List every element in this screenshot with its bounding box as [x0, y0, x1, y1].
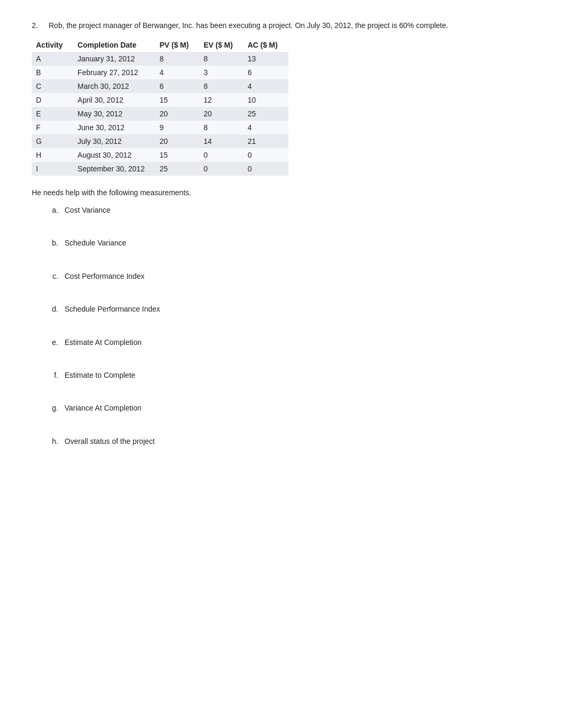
- table-cell: May 30, 2012: [74, 107, 156, 121]
- table-row: ISeptember 30, 20122500: [32, 162, 288, 176]
- table-cell: I: [32, 162, 74, 176]
- sub-item: g.Variance At Completion: [48, 402, 530, 414]
- table-cell: H: [32, 148, 74, 162]
- table-cell: F: [32, 121, 74, 134]
- table-cell: A: [32, 52, 74, 66]
- sub-item-letter: h.: [48, 435, 58, 447]
- table-header-row: ActivityCompletion DatePV ($ M)EV ($ M)A…: [32, 38, 288, 52]
- question-number: 2. Rob, the project manager of Berwanger…: [32, 21, 530, 30]
- table-cell: 8: [200, 52, 243, 66]
- table-header-cell: AC ($ M): [243, 38, 288, 52]
- sub-item: c.Cost Performance Index: [48, 270, 530, 282]
- activity-table: ActivityCompletion DatePV ($ M)EV ($ M)A…: [32, 38, 288, 176]
- table-row: GJuly 30, 2012201421: [32, 134, 288, 148]
- table-cell: 20: [155, 107, 199, 121]
- table-cell: January 31, 2012: [74, 52, 156, 66]
- table-header-cell: Completion Date: [74, 38, 156, 52]
- sub-item-letter: e.: [48, 336, 58, 348]
- table-cell: 8: [155, 52, 199, 66]
- sub-item-letter: g.: [48, 402, 58, 414]
- table-cell: July 30, 2012: [74, 134, 156, 148]
- table-row: FJune 30, 2012984: [32, 121, 288, 134]
- table-cell: 0: [200, 148, 243, 162]
- sub-item-label: Estimate to Complete: [65, 369, 135, 381]
- table-cell: G: [32, 134, 74, 148]
- table-header-cell: EV ($ M): [200, 38, 243, 52]
- table-cell: 13: [243, 52, 288, 66]
- question-num: 2.: [32, 21, 44, 30]
- sub-item: f.Estimate to Complete: [48, 369, 530, 381]
- help-text: He needs help with the following measure…: [32, 188, 530, 197]
- table-cell: 20: [200, 107, 243, 121]
- sub-items-list: a.Cost Varianceb.Schedule Variancec.Cost…: [48, 204, 530, 447]
- table-cell: 12: [200, 93, 243, 107]
- sub-item-label: Overall status of the project: [65, 435, 155, 447]
- sub-item-label: Schedule Performance Index: [65, 303, 160, 315]
- sub-item-label: Estimate At Completion: [65, 336, 142, 348]
- table-cell: 6: [243, 66, 288, 79]
- table-row: AJanuary 31, 20128813: [32, 52, 288, 66]
- table-header-cell: PV ($ M): [155, 38, 199, 52]
- sub-item-label: Variance At Completion: [65, 402, 141, 414]
- table-cell: June 30, 2012: [74, 121, 156, 134]
- table-cell: 15: [155, 148, 199, 162]
- sub-item-letter: a.: [48, 204, 58, 216]
- sub-item-label: Cost Variance: [65, 204, 111, 216]
- table-cell: B: [32, 66, 74, 79]
- table-cell: 4: [243, 79, 288, 93]
- table-header: ActivityCompletion DatePV ($ M)EV ($ M)A…: [32, 38, 288, 52]
- table-cell: March 30, 2012: [74, 79, 156, 93]
- table-row: HAugust 30, 20121500: [32, 148, 288, 162]
- table-cell: 3: [200, 66, 243, 79]
- sub-item-label: Cost Performance Index: [65, 270, 144, 282]
- table-header-cell: Activity: [32, 38, 74, 52]
- sub-item: d.Schedule Performance Index: [48, 303, 530, 315]
- sub-item: h.Overall status of the project: [48, 435, 530, 447]
- table-cell: E: [32, 107, 74, 121]
- table-cell: 4: [155, 66, 199, 79]
- sub-item: a.Cost Variance: [48, 204, 530, 216]
- sub-item-letter: c.: [48, 270, 58, 282]
- table-cell: 15: [155, 93, 199, 107]
- table-cell: 10: [243, 93, 288, 107]
- table-cell: August 30, 2012: [74, 148, 156, 162]
- table-cell: 8: [200, 121, 243, 134]
- table-cell: 25: [243, 107, 288, 121]
- question-text: Rob, the project manager of Berwanger, I…: [49, 21, 448, 30]
- table-row: DApril 30, 2012151210: [32, 93, 288, 107]
- sub-item-letter: b.: [48, 237, 58, 249]
- table-cell: September 30, 2012: [74, 162, 156, 176]
- sub-item: b.Schedule Variance: [48, 237, 530, 249]
- sub-item-letter: d.: [48, 303, 58, 315]
- table-cell: D: [32, 93, 74, 107]
- table-cell: April 30, 2012: [74, 93, 156, 107]
- table-cell: February 27, 2012: [74, 66, 156, 79]
- table-cell: 0: [243, 148, 288, 162]
- sub-item: e.Estimate At Completion: [48, 336, 530, 348]
- table-cell: 21: [243, 134, 288, 148]
- table-cell: 6: [155, 79, 199, 93]
- table-cell: 9: [155, 121, 199, 134]
- table-cell: 4: [243, 121, 288, 134]
- table-body: AJanuary 31, 20128813BFebruary 27, 20124…: [32, 52, 288, 176]
- table-cell: 14: [200, 134, 243, 148]
- table-cell: 20: [155, 134, 199, 148]
- table-cell: 0: [200, 162, 243, 176]
- table-cell: 0: [243, 162, 288, 176]
- table-cell: 25: [155, 162, 199, 176]
- table-cell: 8: [200, 79, 243, 93]
- table-cell: C: [32, 79, 74, 93]
- sub-item-label: Schedule Variance: [65, 237, 126, 249]
- table-row: BFebruary 27, 2012436: [32, 66, 288, 79]
- sub-item-letter: f.: [48, 369, 58, 381]
- table-row: CMarch 30, 2012684: [32, 79, 288, 93]
- table-row: EMay 30, 2012202025: [32, 107, 288, 121]
